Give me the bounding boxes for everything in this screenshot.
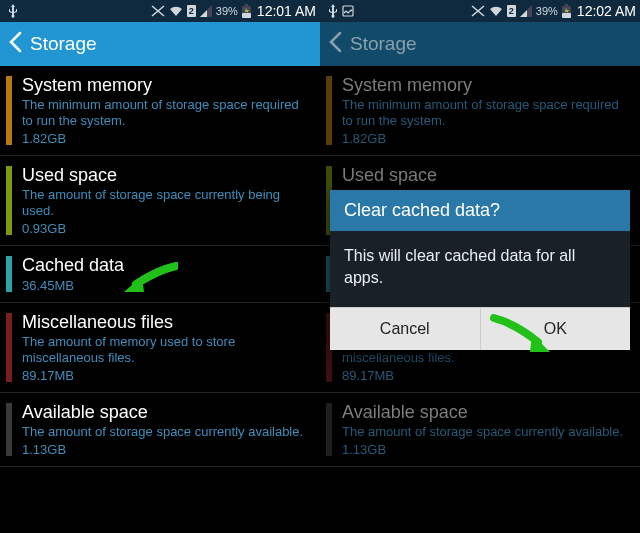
screen-left: 2 39% 12:01 AM Storage System memory The… bbox=[0, 0, 320, 533]
row-used-space[interactable]: Used space The amount of storage space c… bbox=[0, 156, 320, 246]
row-misc-files[interactable]: Miscellaneous files The amount of memory… bbox=[0, 303, 320, 393]
battery-pct: 39% bbox=[216, 5, 238, 17]
no-signal-icon bbox=[151, 5, 165, 17]
svg-rect-1 bbox=[245, 4, 248, 6]
row-value: 89.17MB bbox=[342, 368, 628, 384]
row-title: Available space bbox=[22, 401, 308, 423]
row-title: Used space bbox=[22, 164, 308, 186]
row-title: System memory bbox=[342, 74, 628, 96]
page-title: Storage bbox=[350, 33, 417, 55]
page-title: Storage bbox=[30, 33, 97, 55]
back-icon[interactable] bbox=[8, 31, 22, 57]
svg-rect-5 bbox=[565, 4, 568, 6]
wifi-icon bbox=[169, 5, 183, 17]
usb-icon bbox=[328, 4, 338, 18]
row-available-space[interactable]: Available space The amount of storage sp… bbox=[0, 393, 320, 467]
wifi-icon bbox=[489, 5, 503, 17]
swatch bbox=[6, 403, 12, 456]
swatch bbox=[326, 76, 332, 145]
row-title: Miscellaneous files bbox=[22, 311, 308, 333]
signal-icon bbox=[520, 5, 532, 17]
header[interactable]: Storage bbox=[0, 22, 320, 66]
row-title: Cached data bbox=[22, 254, 308, 276]
row-value: 1.13GB bbox=[22, 442, 308, 458]
row-value: 1.82GB bbox=[342, 131, 628, 147]
row-available-space: Available space The amount of storage sp… bbox=[320, 393, 640, 467]
sim-2-badge: 2 bbox=[507, 5, 516, 17]
cancel-button[interactable]: Cancel bbox=[330, 307, 480, 350]
status-bar: 2 39% 12:01 AM bbox=[0, 0, 320, 22]
clock: 12:02 AM bbox=[577, 3, 636, 19]
swatch bbox=[6, 166, 12, 235]
row-desc: The amount of storage space currently av… bbox=[342, 424, 628, 440]
row-value: 1.13GB bbox=[342, 442, 628, 458]
row-title: Available space bbox=[342, 401, 628, 423]
row-desc: The amount of memory used to store misce… bbox=[22, 334, 308, 366]
row-system-memory: System memory The minimum amount of stor… bbox=[320, 66, 640, 156]
ok-button[interactable]: OK bbox=[480, 307, 631, 350]
status-bar: 2 39% 12:02 AM bbox=[320, 0, 640, 22]
no-signal-icon bbox=[471, 5, 485, 17]
screen-right: 2 39% 12:02 AM Storage System memory The… bbox=[320, 0, 640, 533]
sim-2-badge: 2 bbox=[187, 5, 196, 17]
dialog-body: This will clear cached data for all apps… bbox=[330, 231, 630, 307]
battery-icon bbox=[242, 4, 251, 18]
clock: 12:01 AM bbox=[257, 3, 316, 19]
row-value: 89.17MB bbox=[22, 368, 308, 384]
storage-list: System memory The minimum amount of stor… bbox=[0, 66, 320, 467]
usb-icon bbox=[8, 4, 18, 18]
row-desc: The amount of storage space currently av… bbox=[22, 424, 308, 440]
row-cached-data[interactable]: Cached data 36.45MB bbox=[0, 246, 320, 303]
clear-cache-dialog: Clear cached data? This will clear cache… bbox=[330, 190, 630, 350]
swatch bbox=[6, 76, 12, 145]
swatch bbox=[6, 256, 12, 292]
row-desc: The amount of storage space currently be… bbox=[22, 187, 308, 219]
row-title: Used space bbox=[342, 164, 628, 186]
media-icon bbox=[342, 5, 354, 17]
back-icon bbox=[328, 31, 342, 57]
swatch bbox=[326, 403, 332, 456]
signal-icon bbox=[200, 5, 212, 17]
row-value: 36.45MB bbox=[22, 278, 308, 294]
row-value: 1.82GB bbox=[22, 131, 308, 147]
row-desc: The minimum amount of storage space requ… bbox=[22, 97, 308, 129]
swatch bbox=[6, 313, 12, 382]
battery-pct: 39% bbox=[536, 5, 558, 17]
row-value: 0.93GB bbox=[22, 221, 308, 237]
row-desc: The minimum amount of storage space requ… bbox=[342, 97, 628, 129]
header: Storage bbox=[320, 22, 640, 66]
battery-icon bbox=[562, 4, 571, 18]
dialog-title: Clear cached data? bbox=[330, 190, 630, 231]
row-title: System memory bbox=[22, 74, 308, 96]
row-system-memory[interactable]: System memory The minimum amount of stor… bbox=[0, 66, 320, 156]
